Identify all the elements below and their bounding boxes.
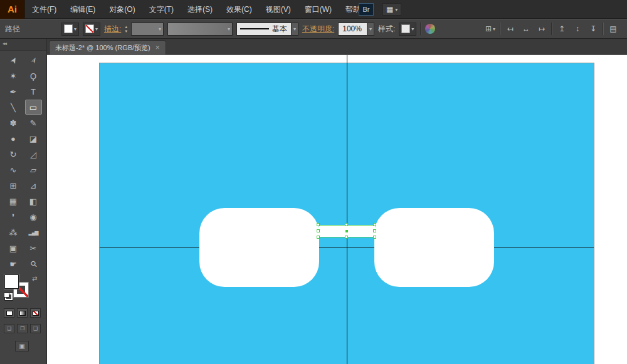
collapse-panel-icon[interactable]: ◂◂: [3, 41, 6, 46]
shape-builder-tool[interactable]: ⊞: [5, 178, 22, 193]
bridge-button[interactable]: Br: [359, 3, 374, 16]
menu-bar: Ai 文件(F) 编辑(E) 对象(O) 文字(T) 选择(S) 效果(C) 视…: [0, 0, 627, 19]
selection-handle[interactable]: [317, 229, 320, 232]
opacity-panel-link[interactable]: 不透明度:: [302, 24, 334, 34]
stroke-color-dropdown[interactable]: ▾: [83, 23, 100, 36]
chevron-down-icon: ▾: [493, 26, 495, 32]
menu-view[interactable]: 视图(V): [259, 0, 298, 19]
width-tool[interactable]: ∿: [5, 162, 22, 177]
document-tab-title: 未标题-2* @ 100% (RGB/预览): [55, 43, 150, 53]
vertical-path-line[interactable]: [347, 55, 347, 364]
width-profile-dropdown[interactable]: ▾: [167, 23, 233, 36]
magic-wand-tool[interactable]: ✶: [5, 68, 22, 83]
selection-handle[interactable]: [345, 223, 348, 226]
selection-handle[interactable]: [317, 223, 320, 226]
fill-color-dropdown[interactable]: ▾: [61, 23, 79, 36]
stroke-weight-stepper[interactable]: ▴ ▾: [125, 25, 127, 33]
align-top-button[interactable]: ↥: [556, 23, 568, 35]
selection-handle[interactable]: [373, 236, 376, 239]
selection-handle[interactable]: [373, 223, 376, 226]
fill-color-swatch[interactable]: [4, 274, 19, 289]
menu-edit[interactable]: 编辑(E): [63, 0, 102, 19]
document-tab[interactable]: 未标题-2* @ 100% (RGB/预览) ×: [49, 40, 166, 55]
drawing-mode-button[interactable]: ▣: [15, 341, 29, 351]
panel-menu-icon[interactable]: ▤: [607, 23, 619, 35]
chevron-down-icon: ▾: [395, 7, 398, 13]
line-segment-tool[interactable]: ╲: [5, 100, 22, 115]
brush-definition-value: 基本: [272, 24, 291, 34]
screen-mode-normal-button[interactable]: ❏: [4, 324, 14, 333]
chevron-down-icon: ▾: [367, 23, 374, 35]
scale-tool[interactable]: ◿: [25, 147, 42, 162]
tools-panel-header: ◂◂: [0, 39, 46, 51]
style-dropdown[interactable]: ▾: [399, 23, 416, 36]
screen-mode-full-menu-button[interactable]: ❐: [17, 324, 28, 333]
menu-object[interactable]: 对象(O): [102, 0, 142, 19]
stroke-weight-dropdown[interactable]: ▾: [131, 23, 164, 36]
blend-tool[interactable]: ◉: [25, 209, 42, 224]
brush-definition-dropdown[interactable]: 基本 ▾: [236, 23, 298, 36]
color-button[interactable]: [4, 308, 14, 318]
eraser-tool[interactable]: ◪: [25, 131, 42, 146]
blob-brush-tool[interactable]: ●: [5, 131, 22, 146]
close-icon[interactable]: ×: [155, 43, 160, 52]
align-left-button[interactable]: ↤: [504, 23, 517, 35]
gradient-tool[interactable]: ◧: [25, 194, 42, 209]
none-button[interactable]: [30, 308, 41, 318]
paint-mode-buttons: [4, 308, 41, 318]
swap-fill-stroke-icon[interactable]: ⇄: [32, 275, 37, 282]
selection-handle[interactable]: [345, 236, 348, 239]
selection-handle[interactable]: [317, 236, 320, 239]
canvas-area[interactable]: [47, 55, 627, 364]
transform-dropdown-button[interactable]: ⊞ ▾: [484, 23, 497, 35]
symbol-sprayer-tool[interactable]: ⁂: [5, 225, 22, 240]
eyedropper-tool[interactable]: ❜: [5, 209, 22, 224]
type-tool[interactable]: T: [25, 84, 42, 99]
column-graph-tool[interactable]: ▂▄▆: [25, 225, 42, 240]
align-middle-button[interactable]: ↕: [571, 23, 584, 35]
recolor-artwork-icon[interactable]: [425, 24, 435, 34]
paintbrush-tool[interactable]: ✽: [5, 115, 22, 130]
menu-window[interactable]: 窗口(W): [298, 0, 339, 19]
gradient-swatch-icon: [19, 311, 26, 316]
selection-handle[interactable]: [373, 229, 376, 232]
control-bar: 路径 ▾ ▾ 描边: ▴ ▾ ▾ ▾ 基本 ▾ 不透明度: 100% ▾ 样式:…: [0, 19, 627, 39]
default-fill-stroke-icon[interactable]: [4, 293, 13, 300]
artboard-tool[interactable]: ▣: [5, 241, 22, 256]
workspace-switcher-button[interactable]: ▦ ▾: [382, 3, 401, 16]
free-transform-tool[interactable]: ▱: [25, 162, 42, 177]
pen-tool[interactable]: ✒: [5, 84, 22, 99]
stroke-panel-link[interactable]: 描边:: [104, 24, 121, 34]
rounded-rectangle-left[interactable]: [199, 208, 319, 287]
lasso-tool[interactable]: Ϙ: [25, 68, 42, 83]
menu-select[interactable]: 选择(S): [181, 0, 219, 19]
divider: [603, 23, 604, 35]
menu-file[interactable]: 文件(F): [25, 0, 63, 19]
menu-effect[interactable]: 效果(C): [219, 0, 259, 19]
center-point[interactable]: [345, 230, 348, 232]
chevron-down-icon: ▾: [411, 26, 414, 32]
mesh-tool[interactable]: ▦: [5, 194, 22, 209]
rounded-rectangle-right[interactable]: [374, 208, 494, 287]
chevron-down-icon: ▾: [159, 26, 161, 32]
gradient-button[interactable]: [17, 308, 28, 318]
hand-tool[interactable]: ☛: [5, 256, 22, 271]
rectangle-tool[interactable]: ▭: [25, 100, 42, 115]
align-bottom-button[interactable]: ↧: [587, 23, 599, 35]
opacity-dropdown[interactable]: 100% ▾: [338, 23, 374, 36]
perspective-grid-tool[interactable]: ⊿: [25, 178, 42, 193]
rotate-tool[interactable]: ↻: [5, 147, 22, 162]
style-label: 样式:: [378, 24, 395, 34]
zoom-tool[interactable]: ⚲: [22, 252, 45, 275]
screen-mode-full-button[interactable]: ❑: [30, 324, 41, 333]
align-right-button[interactable]: ↦: [535, 23, 548, 35]
transform-grid-icon: ⊞: [485, 24, 492, 33]
opacity-value: 100%: [339, 24, 367, 33]
align-center-button[interactable]: ↔: [520, 23, 532, 35]
divider: [551, 23, 552, 35]
menu-type[interactable]: 文字(T): [142, 0, 181, 19]
style-swatch: [401, 24, 410, 33]
stepper-up-icon: ▴: [125, 25, 127, 29]
fill-swatch: [64, 24, 73, 33]
pencil-tool[interactable]: ✎: [25, 115, 42, 130]
